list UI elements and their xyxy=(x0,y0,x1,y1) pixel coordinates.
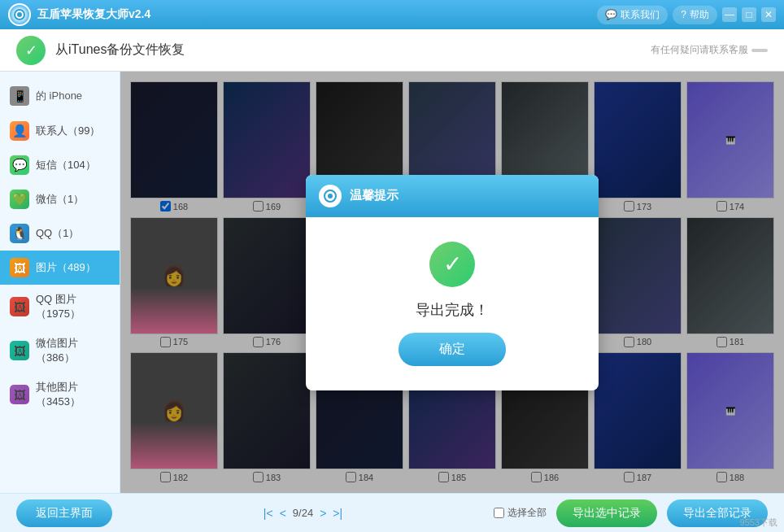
contact-service-button[interactable] xyxy=(751,49,768,52)
help-button[interactable]: ? 帮助 xyxy=(673,6,717,24)
contact-us-button[interactable]: 💬 联系我们 xyxy=(597,6,668,24)
sidebar-item-qq[interactable]: 🐧 QQ（1） xyxy=(0,216,120,251)
watermark: 9553下载 xyxy=(740,517,777,529)
last-page-button[interactable]: >| xyxy=(333,507,342,520)
headerbar: ✓ 从iTunes备份文件恢复 有任何疑问请联系客服 xyxy=(0,29,784,72)
help-icon: ? xyxy=(681,9,686,20)
dialog-message: 导出完成！ xyxy=(416,300,489,320)
dialog-header: 温馨提示 xyxy=(306,175,599,217)
minimize-button[interactable]: — xyxy=(722,7,737,22)
svg-point-1 xyxy=(17,12,22,17)
dialog-body: ✓ 导出完成！ 确定 xyxy=(306,217,599,390)
sidebar-item-other-photos[interactable]: 🖼 其他图片（3453） xyxy=(0,373,120,416)
dialog-ok-button[interactable]: 确定 xyxy=(399,333,506,366)
titlebar: 互盾苹果恢复大师v2.4 💬 联系我们 ? 帮助 — □ ✕ xyxy=(0,0,784,29)
contacts-icon: 👤 xyxy=(10,121,29,141)
first-page-button[interactable]: |< xyxy=(264,507,273,520)
main-layout: 📱 的 iPhone 👤 联系人（99） 💬 短信（104） 💚 微信（1） 🐧… xyxy=(0,72,784,493)
chat-icon: 💬 xyxy=(605,9,617,20)
sidebar-item-sms[interactable]: 💬 短信（104） xyxy=(0,148,120,182)
export-selected-button[interactable]: 导出选中记录 xyxy=(556,499,657,527)
dialog-overlay: 温馨提示 ✓ 导出完成！ 确定 xyxy=(120,72,784,493)
sidebar-item-photos[interactable]: 🖼 图片（489） xyxy=(0,251,120,285)
sidebar: 📱 的 iPhone 👤 联系人（99） 💬 短信（104） 💚 微信（1） 🐧… xyxy=(0,72,120,493)
header-check-icon: ✓ xyxy=(16,36,46,65)
sidebar-item-contacts[interactable]: 👤 联系人（99） xyxy=(0,114,120,148)
other-photos-icon: 🖼 xyxy=(10,385,29,404)
svg-point-3 xyxy=(328,194,333,198)
bottombar: 返回主界面 |< < 9/24 > >| 选择全部 导出选中记录 导出全部记录 xyxy=(0,493,784,532)
next-page-button[interactable]: > xyxy=(320,507,326,520)
contact-note: 有任何疑问请联系客服 xyxy=(651,43,768,57)
select-all-checkbox[interactable]: 选择全部 xyxy=(494,506,547,520)
wechat-photos-icon: 🖼 xyxy=(10,341,29,360)
dialog-title: 温馨提示 xyxy=(350,188,399,203)
maximize-button[interactable]: □ xyxy=(742,7,756,22)
wechat-icon: 💚 xyxy=(10,190,29,209)
app-logo xyxy=(8,3,31,26)
titlebar-actions: 💬 联系我们 ? 帮助 — □ ✕ xyxy=(597,6,776,24)
qq-photos-icon: 🖼 xyxy=(10,297,29,316)
sms-icon: 💬 xyxy=(10,155,29,175)
dialog-success-icon: ✓ xyxy=(429,242,475,287)
photos-icon: 🖼 xyxy=(10,258,29,277)
close-button[interactable]: ✕ xyxy=(761,7,776,22)
return-button[interactable]: 返回主界面 xyxy=(16,499,112,527)
select-all-input[interactable] xyxy=(494,508,504,518)
sidebar-item-wechat-photos[interactable]: 🖼 微信图片（386） xyxy=(0,329,120,373)
dialog: 温馨提示 ✓ 导出完成！ 确定 xyxy=(306,175,599,390)
sidebar-item-qq-photos[interactable]: 🖼 QQ 图片（1975） xyxy=(0,285,120,329)
page-title: 从iTunes备份文件恢复 xyxy=(55,41,651,59)
content-area: 168 169 170 171 172 173🎹 174👩 175 176 17… xyxy=(120,72,784,493)
app-title: 互盾苹果恢复大师v2.4 xyxy=(37,7,597,22)
select-all-label: 选择全部 xyxy=(507,506,547,520)
qq-icon: 🐧 xyxy=(10,224,29,243)
prev-page-button[interactable]: < xyxy=(280,507,286,520)
page-current: 9/24 xyxy=(293,507,313,519)
sidebar-item-wechat[interactable]: 💚 微信（1） xyxy=(0,182,120,216)
dialog-logo-icon xyxy=(319,185,342,207)
device-item: 📱 的 iPhone xyxy=(0,78,120,114)
pagination: |< < 9/24 > >| xyxy=(122,507,484,520)
phone-icon: 📱 xyxy=(10,86,29,106)
